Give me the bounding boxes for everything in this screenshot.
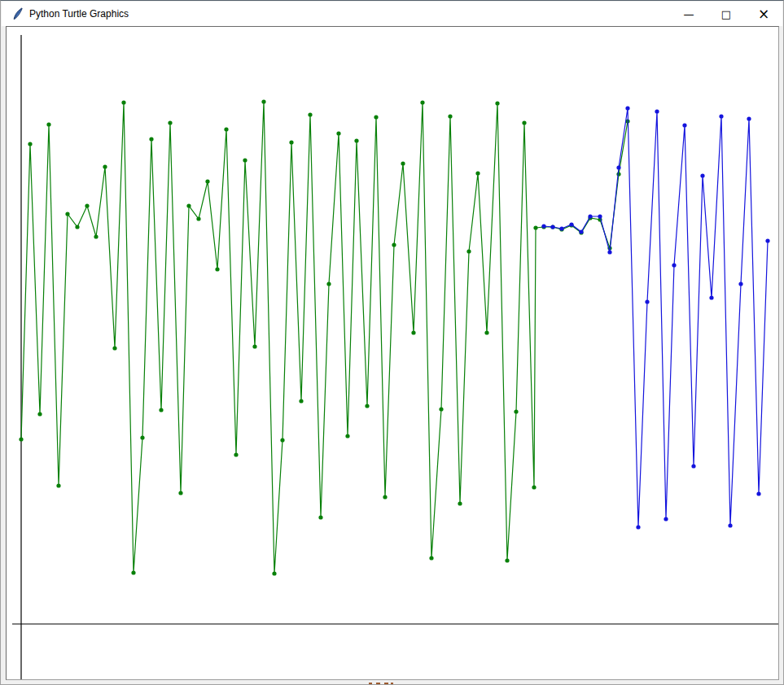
green-marker (261, 99, 265, 103)
green-marker (280, 438, 284, 442)
green-marker (131, 570, 135, 574)
green-marker (37, 412, 42, 416)
green-marker (196, 216, 200, 220)
feather-icon (11, 7, 24, 20)
green-marker (345, 434, 349, 438)
blue-marker (579, 229, 583, 233)
green-marker (392, 242, 396, 247)
green-marker (215, 267, 219, 271)
green-marker (522, 120, 526, 124)
green-marker (308, 112, 312, 116)
minimize-button[interactable]: — (670, 2, 707, 26)
green-marker (401, 161, 405, 165)
green-marker (495, 101, 499, 105)
green-marker (420, 100, 424, 104)
blue-marker (719, 114, 723, 118)
green-marker (186, 203, 191, 207)
green-marker (354, 138, 358, 142)
blue-marker (756, 491, 760, 495)
blue-marker (616, 165, 620, 169)
blue-marker (625, 106, 629, 110)
green-marker (103, 164, 107, 168)
green-marker (616, 172, 620, 176)
green-marker (272, 571, 276, 575)
green-marker (439, 407, 443, 411)
green-marker (475, 171, 480, 175)
blue-marker (682, 123, 686, 127)
blue-marker (664, 517, 668, 521)
green-marker (56, 483, 60, 487)
green-marker (318, 515, 322, 519)
green-marker (466, 249, 471, 253)
blue-marker (645, 299, 649, 303)
blue-series (541, 106, 769, 529)
blue-marker (636, 525, 640, 529)
maximize-button[interactable]: □ (707, 2, 745, 26)
green-marker (448, 114, 452, 118)
blue-polyline (544, 108, 768, 527)
green-marker (514, 409, 518, 413)
window-title: Python Turtle Graphics (29, 8, 129, 20)
blue-marker (559, 226, 563, 230)
green-series (19, 99, 629, 575)
turtle-plot (6, 26, 779, 680)
green-marker (205, 179, 209, 183)
app-window: Python Turtle Graphics — □ × (0, 0, 784, 685)
blue-marker (738, 281, 742, 286)
blue-marker (728, 523, 732, 527)
blue-marker (765, 238, 769, 242)
green-marker (533, 225, 537, 229)
green-marker (121, 100, 125, 104)
blue-marker (588, 214, 592, 218)
blue-marker (607, 250, 611, 254)
window-controls: — □ × (670, 2, 782, 26)
green-marker (374, 115, 378, 119)
blue-marker (747, 116, 751, 120)
green-marker (140, 435, 144, 439)
green-marker (28, 142, 32, 146)
green-marker (234, 452, 238, 456)
green-marker (252, 344, 256, 348)
blue-marker (655, 109, 659, 113)
green-marker (46, 122, 50, 126)
green-marker (299, 399, 303, 403)
blue-marker (550, 225, 554, 229)
green-marker (178, 491, 182, 495)
title-bar[interactable]: Python Turtle Graphics — □ × (2, 2, 782, 26)
blue-marker (569, 222, 573, 226)
green-marker (168, 120, 172, 124)
green-marker (149, 137, 153, 141)
green-marker (505, 558, 509, 562)
green-marker (429, 556, 433, 560)
blue-marker (691, 464, 695, 468)
blue-marker (672, 263, 676, 267)
blue-marker (700, 173, 704, 177)
green-marker (336, 131, 340, 135)
green-marker (532, 485, 536, 489)
green-marker (224, 127, 228, 131)
green-marker (112, 346, 116, 350)
green-marker (326, 281, 331, 286)
green-marker (94, 234, 98, 238)
close-button[interactable]: × (745, 2, 782, 26)
blue-marker (709, 295, 713, 299)
green-marker (289, 140, 293, 144)
blue-marker (598, 214, 602, 218)
green-marker (19, 437, 23, 441)
green-marker (411, 330, 415, 334)
green-marker (458, 501, 462, 505)
green-marker (65, 212, 69, 216)
green-marker (75, 225, 79, 229)
green-marker (383, 495, 387, 499)
blue-marker (541, 224, 545, 228)
turtle-canvas (6, 26, 779, 680)
green-marker (484, 330, 488, 334)
green-marker (365, 404, 369, 408)
green-polyline (21, 102, 628, 574)
green-marker (159, 408, 163, 412)
green-marker (243, 158, 247, 162)
green-marker (85, 203, 89, 207)
